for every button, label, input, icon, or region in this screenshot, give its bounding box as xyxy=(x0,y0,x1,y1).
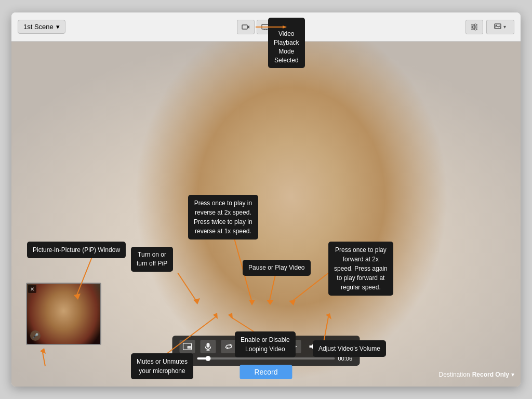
video-background: ✕ 🎤 Picture-in-Picture (PiP) Window Turn… xyxy=(11,42,521,387)
video-mode-tooltip: Video Playback Mode Selected xyxy=(268,18,305,69)
image-dropdown-arrow: ▾ xyxy=(503,24,506,30)
right-controls: ▾ xyxy=(466,20,514,34)
app-container: 1st Scene ▾ xyxy=(11,12,521,387)
top-bar: 1st Scene ▾ xyxy=(11,12,521,42)
volume-annotation: Adjust Video's Volume xyxy=(313,340,386,357)
settings-btn[interactable] xyxy=(466,20,483,34)
progress-track[interactable] xyxy=(197,357,335,360)
svg-point-13 xyxy=(472,26,474,28)
pip-window: ✕ 🎤 xyxy=(26,283,101,345)
pip-close-btn[interactable]: ✕ xyxy=(28,285,36,293)
mic-btn[interactable] xyxy=(201,340,216,353)
mute-mic-annotation: Mutes or Unmutesyour microphone xyxy=(131,353,193,379)
svg-rect-36 xyxy=(188,346,191,349)
video-area: ✕ 🎤 Picture-in-Picture (PiP) Window Turn… xyxy=(11,42,521,387)
reverse-play-annotation: Press once to play inreverse at 2x speed… xyxy=(188,195,258,240)
scene-dropdown-arrow: ▾ xyxy=(56,23,60,31)
looping-annotation: Enable or DisableLooping Video xyxy=(235,331,296,357)
scene-dropdown[interactable]: 1st Scene ▾ xyxy=(18,20,65,34)
forward-play-annotation: Press once to playforward at 2xspeed. Pr… xyxy=(328,242,393,296)
camera-mode-btn[interactable] xyxy=(237,20,255,34)
image-btn[interactable]: ▾ xyxy=(486,20,514,34)
svg-rect-0 xyxy=(242,25,247,29)
record-btn[interactable]: Record xyxy=(240,365,292,379)
loop-btn[interactable] xyxy=(221,340,237,353)
svg-point-12 xyxy=(474,24,476,26)
destination-label: Destination Record Only ▾ xyxy=(439,371,514,378)
pip-mic-indicator: 🎤 xyxy=(30,330,41,341)
pip-toggle-btn[interactable] xyxy=(180,340,195,353)
scene-label: 1st Scene xyxy=(23,23,54,31)
pip-window-annotation: Picture-in-Picture (PiP) Window xyxy=(27,242,126,258)
pause-play-annotation: Pause or Play Video xyxy=(243,260,311,276)
svg-rect-37 xyxy=(207,343,210,348)
destination-dropdown-arrow[interactable]: ▾ xyxy=(511,371,514,378)
progress-thumb xyxy=(206,356,211,361)
pip-toggle-annotation: Turn on orturn off PiP xyxy=(131,247,173,272)
svg-point-14 xyxy=(474,28,476,30)
mode-controls: Video Playback Mode Selected xyxy=(237,20,294,34)
